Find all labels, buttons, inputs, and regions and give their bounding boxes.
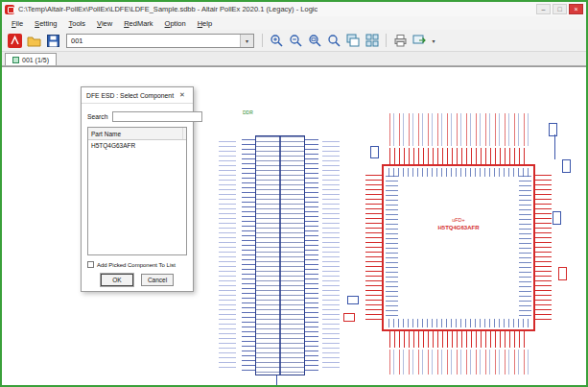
list-item[interactable]: H5TQ4G63AFR [88, 140, 186, 151]
ic-pin-names-right [519, 176, 531, 320]
add-picked-checkbox-row[interactable]: Add Picked Component To List [87, 261, 187, 268]
print-icon[interactable] [391, 32, 409, 49]
connector-pins-right [305, 139, 318, 372]
ic-part-label: H5TQ4G63AFR [384, 224, 533, 232]
ic-pins-bottom [389, 331, 528, 348]
sheet-combobox-value: 001 [71, 36, 83, 45]
ic-pins-left [365, 175, 382, 321]
connector-pins-left [242, 139, 255, 372]
open-file-icon[interactable] [25, 32, 42, 49]
sheet-icon [12, 57, 19, 63]
ic-pin-names-top [388, 168, 529, 177]
chevron-down-icon[interactable]: ▾ [240, 35, 253, 47]
dialog-title: DFE ESD : Select Component [86, 92, 174, 99]
title-bar[interactable]: C:\Temp\Altair-PollEx\PollEx\LDFE\LDFE_S… [2, 2, 586, 16]
passive-component [553, 211, 561, 225]
window-title: C:\Temp\Altair-PollEx\PollEx\LDFE\LDFE_S… [18, 5, 318, 13]
wire [276, 375, 277, 385]
ic-pin-names-left [386, 176, 398, 320]
app-window: C:\Temp\Altair-PollEx\PollEx\LDFE\LDFE_S… [0, 0, 588, 387]
ic-bottom-net-stubs [389, 350, 533, 375]
ic-ref-label: uFD+ [384, 216, 533, 224]
zoom-window-icon[interactable] [306, 32, 323, 49]
menu-option[interactable]: Option [159, 18, 192, 29]
minimize-button[interactable]: – [536, 4, 551, 14]
checkbox-icon[interactable] [87, 261, 94, 268]
dialog-title-bar[interactable]: DFE ESD : Select Component ✕ [82, 87, 193, 104]
passive-component [558, 267, 567, 280]
cancel-button[interactable]: Cancel [141, 274, 174, 286]
zoom-out-icon[interactable] [287, 32, 304, 49]
menu-setting[interactable]: Setting [29, 18, 62, 29]
passive-component [347, 296, 359, 304]
search-input[interactable] [112, 111, 202, 122]
toolbar-separator [386, 34, 387, 47]
altair-logo-icon[interactable] [6, 32, 23, 49]
ic-pins-top [389, 148, 528, 164]
tab-label: 001 (1/5) [22, 57, 49, 63]
list-header-part-name[interactable]: Part Name [88, 128, 186, 140]
toolbar-separator [262, 34, 263, 47]
ok-button[interactable]: OK [101, 274, 133, 286]
menu-file[interactable]: File [6, 18, 29, 29]
export-icon[interactable] [411, 32, 428, 49]
cascade-windows-icon[interactable] [344, 32, 362, 49]
sheet-combobox[interactable]: 001 ▾ [66, 34, 254, 48]
ddr-connector-symbol[interactable] [242, 135, 318, 375]
passive-component [549, 123, 557, 136]
main-toolbar: 001 ▾ ▾ [2, 30, 586, 52]
tile-windows-icon[interactable] [364, 32, 381, 49]
wire [554, 134, 555, 159]
close-button[interactable]: × [569, 4, 583, 14]
ic-top-net-stubs [389, 113, 533, 146]
toolbar-overflow-arrow[interactable]: ▾ [430, 37, 437, 44]
memory-ic-symbol[interactable]: uFD+ H5TQ4G63AFR [382, 164, 535, 331]
ic-pin-names-bottom [388, 319, 529, 327]
zoom-fit-icon[interactable] [325, 32, 342, 49]
passive-component [370, 146, 379, 158]
ic-pins-right [535, 175, 552, 321]
menu-tools[interactable]: Tools [62, 18, 91, 29]
column-divider [182, 128, 183, 139]
menu-redmark[interactable]: RedMark [118, 18, 158, 29]
menu-help[interactable]: Help [192, 18, 218, 29]
net-class-note: DDR [243, 109, 253, 115]
maximize-button[interactable]: □ [553, 4, 567, 14]
connector-net-labels-left [219, 141, 236, 370]
passive-component [343, 313, 355, 322]
tab-sheet-001[interactable]: 001 (1/5) [5, 53, 57, 65]
component-listbox[interactable]: Part Name H5TQ4G63AFR [87, 127, 187, 255]
search-label: Search [87, 113, 108, 120]
select-component-dialog: DFE ESD : Select Component ✕ Search Part… [81, 86, 194, 292]
zoom-in-icon[interactable] [268, 32, 285, 49]
checkbox-label: Add Picked Component To List [97, 262, 176, 268]
sheet-tab-bar: 001 (1/5) [2, 52, 586, 66]
connector-body [255, 135, 305, 375]
app-logo-icon [5, 5, 14, 14]
dialog-close-icon[interactable]: ✕ [176, 89, 188, 101]
menu-bar: File Setting Tools View RedMark Option H… [2, 16, 586, 30]
save-icon[interactable] [44, 32, 61, 49]
connector-net-labels-right [322, 141, 340, 370]
schematic-canvas[interactable]: DDR uFD+ H5TQ4G63AFR [2, 66, 586, 385]
passive-component [562, 159, 571, 173]
menu-view[interactable]: View [91, 18, 118, 29]
ic-label: uFD+ H5TQ4G63AFR [384, 216, 533, 232]
